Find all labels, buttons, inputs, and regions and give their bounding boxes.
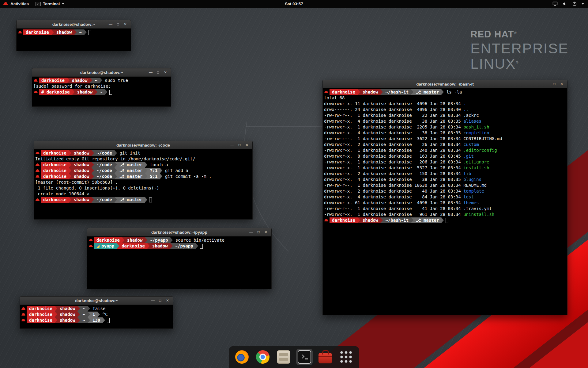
terminal-line: darknoiseshadow~/bash-it⎇ master ls -la	[324, 89, 566, 95]
fedora-prompt-icon	[33, 89, 38, 95]
prompt-segment-status: ?:1	[147, 168, 160, 174]
terminal-text: [master (root-commit) 50bcb63] .	[35, 179, 118, 185]
terminal-window-pyapp: darknoise@shadow:~/pyapp — □ ✕ darknoise…	[87, 228, 272, 289]
powerline-separator	[160, 168, 162, 174]
window-titlebar[interactable]: darknoise@shadow:~ — □ ✕	[17, 20, 131, 29]
powerline-separator	[55, 306, 57, 312]
powerline-separator	[88, 317, 90, 323]
file-name: uninstall.sh	[463, 212, 494, 217]
terminal-line: darknoiseshadow~/bash-it⎇ master	[324, 217, 566, 223]
terminal-body[interactable]: darknoiseshadow~ sudo true[sudo] passwor…	[32, 77, 171, 106]
maximize-button[interactable]: □	[551, 81, 557, 87]
terminal-text: -rwxrwxr-x. 1 darknoise darknoise 2205 J…	[324, 124, 463, 130]
terminal-window-home-2: darknoise@shadow:~ — □ ✕ darknoiseshadow…	[20, 296, 173, 329]
minimize-button[interactable]: —	[150, 297, 156, 304]
terminal-body[interactable]: darknoiseshadow~/code git initInitialize…	[34, 149, 252, 219]
close-button[interactable]: ✕	[244, 142, 250, 148]
terminal-line: [master (root-commit) 50bcb63] .	[35, 179, 251, 185]
clock[interactable]: Sat 03:57	[282, 0, 306, 8]
prompt-segment-venv: pyapp	[94, 243, 117, 249]
minimize-button[interactable]: —	[544, 81, 550, 87]
terminal-text: drwxrwxr-x. 4 darknoise darknoise 38 Jan…	[324, 130, 463, 136]
volume-icon	[562, 2, 567, 6]
dock-item-toolbox[interactable]	[317, 349, 334, 365]
terminal-text: sudo true	[102, 78, 128, 83]
powerline-separator	[69, 197, 71, 203]
maximize-button[interactable]: □	[115, 21, 121, 27]
app-menu-button[interactable]: Terminal	[32, 0, 68, 8]
close-button[interactable]: ✕	[559, 81, 565, 87]
powerline-separator	[69, 174, 71, 179]
prompt-segment-user: darknoise	[330, 89, 358, 95]
system-menu-button[interactable]	[548, 0, 588, 8]
terminal-line: Initialized empty Git repository in /hom…	[35, 156, 251, 162]
file-name: lib	[463, 171, 471, 177]
terminal-body[interactable]: darknoiseshadow~/bash-it⎇ master ls -lat…	[323, 88, 567, 315]
terminal-text: false	[90, 306, 106, 312]
terminal-text: [sudo] password for darknoise:	[33, 83, 113, 89]
terminal-body[interactable]: darknoiseshadow~ falsedarknoiseshadow~1 …	[20, 305, 173, 328]
window-titlebar[interactable]: darknoise@shadow:~/code — □ ✕	[34, 141, 252, 149]
powerline-separator	[147, 243, 150, 249]
registered-mark: ®	[516, 60, 519, 64]
terminal-line: -rwxrwxr-x. 1 darknoise darknoise 961 Ja…	[324, 212, 566, 217]
maximize-button[interactable]: □	[155, 69, 161, 75]
dock-item-appgrid[interactable]	[338, 349, 354, 365]
terminal-cursor	[446, 218, 448, 223]
terminal-line: darknoiseshadow~/code⎇ master	[35, 197, 251, 203]
prompt-segment-user: darknoise	[27, 306, 55, 312]
terminal-body[interactable]: darknoiseshadow~/pyapp source bin/activa…	[87, 236, 271, 289]
window-titlebar[interactable]: darknoise@shadow:~ — □ ✕	[32, 68, 171, 77]
terminal-window-home-1: darknoise@shadow:~ — □ ✕ darknoiseshadow…	[16, 20, 131, 51]
terminal-line: -rwxrwxr-x. 1 darknoise darknoise 2205 J…	[324, 124, 566, 130]
terminal-text: -rw-rw-r--. 1 darknoise darknoise 3622 J…	[324, 136, 463, 142]
powerline-separator	[441, 217, 444, 223]
powerline-separator	[55, 317, 57, 323]
powerline-separator	[72, 89, 75, 95]
close-button[interactable]: ✕	[263, 229, 269, 235]
close-button[interactable]: ✕	[164, 297, 171, 304]
terminal-line: darknoiseshadow~ sudo true	[33, 78, 170, 83]
minimize-button[interactable]: —	[229, 142, 235, 148]
dock-item-terminal[interactable]	[296, 349, 313, 365]
fedora-prompt-icon	[35, 197, 40, 203]
files-icon	[277, 350, 290, 364]
powerline-separator	[411, 217, 413, 223]
terminal-line: -rwxrwxr-x. 1 darknoise darknoise 206 Ja…	[324, 159, 566, 165]
maximize-button[interactable]: □	[157, 297, 163, 304]
dock-item-files[interactable]	[275, 349, 292, 365]
prompt-segment-git: ⎇ master	[117, 197, 145, 203]
dock-item-chrome[interactable]	[254, 349, 271, 365]
prompt-segment-path: ~	[97, 89, 105, 95]
prompt-segment-host: shadow	[71, 150, 92, 156]
close-button[interactable]: ✕	[162, 69, 168, 75]
prompt-segment-path: ~	[80, 317, 87, 323]
terminal-line: darknoiseshadow~/code⎇ master?:1 git add…	[35, 168, 251, 174]
minimize-button[interactable]: —	[148, 69, 154, 75]
terminal-app-icon	[36, 2, 41, 6]
terminal-line: darknoiseshadow~/code⎇ masterS:1 git com…	[35, 174, 251, 179]
minimize-button[interactable]: —	[248, 229, 254, 235]
terminal-line: -rw-rw-r--. 1 darknoise darknoise 3622 J…	[324, 136, 566, 142]
prompt-segment-git: ⎇ master	[117, 168, 145, 174]
prompt-segment-path: ~/code	[94, 197, 115, 203]
prompt-segment-host: shadow	[57, 317, 78, 323]
terminal-line: darknoiseshadow~1 ^C	[21, 312, 172, 317]
maximize-button[interactable]: □	[236, 142, 243, 148]
fedora-prompt-icon	[35, 168, 40, 174]
prompt-segment-status: 1	[90, 312, 97, 317]
activities-button[interactable]: Activities	[0, 0, 32, 8]
window-titlebar[interactable]: darknoise@shadow:~ — □ ✕	[20, 297, 173, 305]
maximize-button[interactable]: □	[255, 229, 262, 235]
terminal-text: Initialized empty Git repository in /hom…	[35, 156, 195, 162]
terminal-text: ^C	[100, 312, 107, 317]
minimize-button[interactable]: —	[107, 21, 114, 27]
powerline-separator	[115, 162, 117, 168]
window-titlebar[interactable]: darknoise@shadow:~/pyapp — □ ✕	[87, 228, 271, 236]
terminal-body[interactable]: darknoiseshadow~	[17, 29, 131, 51]
terminal-line: drwxrwxr-x. 4 darknoise darknoise 84 Jan…	[324, 194, 566, 200]
dock-item-firefox[interactable]	[234, 349, 250, 365]
fedora-prompt-icon	[89, 243, 93, 249]
close-button[interactable]: ✕	[122, 21, 128, 27]
window-titlebar[interactable]: darknoise@shadow:~/bash-it — □ ✕	[323, 80, 567, 88]
